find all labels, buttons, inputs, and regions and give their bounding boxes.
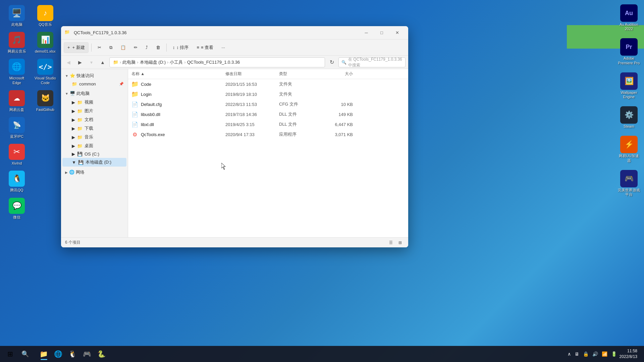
desktop-icon-weixin[interactable]: 💬 微信 [3,196,30,221]
desktop-icon-game-platform[interactable]: 🎮 完美世界游戏平台 [615,167,642,199]
file-date: 2020/9/4 17:33 [225,132,279,137]
desktop-icon-xlsx[interactable]: 📊 demo01.xlsx [32,30,59,55]
sidebar-item-videos[interactable]: ▶ 📁 视频 [62,98,126,107]
taskbar-time[interactable]: 11:58 2022/8/13 [620,348,637,360]
desktop-icon-edge[interactable]: 🌐 Microsoft Edge [3,57,30,86]
desktop-icon-bluetooth[interactable]: 📡 蓝牙IPC [3,115,30,140]
sidebar-item-documents[interactable]: ▶ 📁 文档 [62,115,126,124]
share-button[interactable]: ⤴ [142,42,151,53]
desktop-icon-vscode[interactable]: </> Visual Studio Code [32,57,59,86]
new-button[interactable]: + + 新建 [64,42,89,53]
folder-path-icon: 📁 [113,60,118,65]
paste-button[interactable]: 📋 [117,42,129,53]
table-row[interactable]: 📁 Login 2019/8/19 18:10 文件夹 [128,89,408,99]
address-path[interactable]: 📁 › 此电脑 › 本地磁盘 (D:) › 小工具 › QCTools_FC11… [109,57,325,67]
desktop-icon-wallpaper[interactable]: 🖼️ Wallpaper Engine [615,70,642,102]
column-header-size[interactable]: 大小 [319,71,353,77]
table-row[interactable]: ⚙ QcTools.exe 2020/9/4 17:33 应用程序 3,071 … [128,129,408,139]
tray-icon-1[interactable]: 🖥 [574,350,580,358]
view-button[interactable]: ≡ ≡ 查看 [193,42,217,53]
sidebar-network-header[interactable]: ▶ 🌐 网络 [62,168,126,177]
cut-button[interactable]: ✂ [94,42,105,53]
delete-button[interactable]: 🗑 [153,42,164,53]
sort-button[interactable]: ↕ ↕ 排序 [169,42,192,53]
taskbar: ⊞ 🔍 📁 🌐 🐧 🎮 🐍 ∧ 🖥 🔒 🔊 📶 🔋 11:58 2022/8/1… [0,346,644,362]
path-part-qctools[interactable]: QCTools_FC1179_1.0.3.36 [187,60,240,65]
paste-icon: 📋 [120,45,126,50]
tray-battery-icon[interactable]: 🔋 [610,350,618,358]
desktop-icon-qqmusic[interactable]: ♪ QQ音乐 [32,3,59,28]
search-button[interactable]: 🔍 [18,347,32,361]
sidebar-item-locald[interactable]: ▼ 💾 本地磁盘 (D:) [62,158,126,167]
search-box[interactable]: 🔍 在 QCTools_FC1179_1.0.3.36 中搜索 [338,57,406,67]
desktop-icon-steam[interactable]: ⚙️ Steam [618,104,640,131]
tray-network-icon[interactable]: 📶 [601,350,608,358]
taskbar-game[interactable]: 🎮 [80,347,94,361]
sidebar-item-locald-label: 本地磁盘 (D:) [86,159,111,165]
sidebar-item-osc[interactable]: ▶ 💾 OS (C:) [62,150,126,158]
path-part-d[interactable]: 本地磁盘 (D:) [140,59,166,65]
start-button[interactable]: ⊞ [3,347,17,361]
desktop-icon-uu[interactable]: ⚡ 网易UU加速器 [615,133,642,165]
file-date: 2019/8/19 18:10 [225,92,279,97]
more-button[interactable]: ··· [218,42,228,53]
cut-icon: ✂ [98,45,101,50]
desktop-icon-xivind[interactable]: ✂ XivInd [3,142,30,167]
sidebar-item-downloads[interactable]: ▶ 📁 下载 [62,124,126,133]
table-row[interactable]: 📁 Code 2020/1/15 16:53 文件夹 [128,79,408,89]
file-list-header[interactable]: 名称 ▲ 修改日期 类型 大小 [128,69,408,79]
desktop-icon-fastgithub[interactable]: 🐱 FastGithub [32,88,59,114]
expand-icon-documents: ▶ [72,117,75,122]
copy-button[interactable]: ⧉ [106,42,116,53]
file-list: 名称 ▲ 修改日期 类型 大小 📁 Code 2020/1/15 16:53 文… [128,69,408,237]
taskbar-edge[interactable]: 🌐 [51,347,65,361]
desktop-icon-qq[interactable]: 🐧 腾讯QQ [3,169,30,194]
path-part-tools[interactable]: 小工具 [170,59,183,65]
table-row[interactable]: 📄 libusb0.dll 2019/7/18 14:36 DLL 文件 149… [128,109,408,119]
taskbar-linux[interactable]: 🐧 [66,347,79,361]
taskbar-python[interactable]: 🐍 [95,347,108,361]
sidebar-item-common[interactable]: 📁 common 📌 [62,80,126,88]
refresh-button[interactable]: ↻ [327,58,336,67]
tray-chevron[interactable]: ∧ [567,350,572,358]
forward-button[interactable]: ▶ [75,58,85,67]
taskbar-file-explorer[interactable]: 📁 [37,347,51,361]
desktop-icon-thispc[interactable]: 🖥️ 此电脑 [3,3,30,28]
maximize-button[interactable]: □ [374,27,389,38]
tray-icon-3[interactable]: 🔊 [591,350,599,358]
toolbar: + + 新建 ✂ ⧉ 📋 ✏ ⤴ 🗑 ↕ [61,40,408,56]
toolbar-separator-1 [91,44,92,52]
pin-icon: 📌 [119,82,124,86]
column-header-type[interactable]: 类型 [279,71,319,77]
tray-icon-2[interactable]: 🔒 [582,350,590,358]
back-button[interactable]: ◀ [64,58,73,67]
list-view-button[interactable]: ☰ [387,239,395,247]
table-row[interactable]: 📄 Default.cfg 2022/8/13 11:53 CFG 文件 10 … [128,99,408,109]
sidebar-thispc-header[interactable]: ▼ 🖥️ 此电脑 [62,89,126,98]
minimize-button[interactable]: ─ [359,27,374,38]
desktop-icon-netease[interactable]: 🎵 网易云音乐 [3,30,30,55]
sidebar-quickaccess-label: ⭐ 快速访问 [70,73,94,79]
sidebar-item-music[interactable]: ▶ 📁 音乐 [62,133,126,141]
desktop-icon-audition[interactable]: Au Au Audition 2022 [615,2,642,34]
file-explorer-window: 📁 QCTools_FC1179_1.0.3.36 ─ □ ✕ + + 新建 ✂… [61,26,408,247]
sidebar-folder-icon-documents: 📁 [77,117,83,122]
recent-button[interactable]: ▾ [87,58,96,67]
path-part-thispc[interactable]: 此电脑 [122,59,136,65]
close-button[interactable]: ✕ [389,27,405,38]
view-icon: ≡ [197,45,199,50]
taskbar-apps: 📁 🌐 🐧 🎮 🐍 [34,347,561,361]
column-header-date[interactable]: 修改日期 [225,71,279,77]
rename-button[interactable]: ✏ [130,42,141,53]
sidebar-item-desktop[interactable]: ▶ 📁 桌面 [62,141,126,150]
sidebar-quickaccess-header[interactable]: ▼ ⭐ 快速访问 [62,71,126,80]
grid-view-button[interactable]: ⊞ [396,239,404,247]
column-header-name[interactable]: 名称 ▲ [131,71,225,77]
up-button[interactable]: ▲ [98,58,107,67]
file-date: 2019/7/18 14:36 [225,112,279,117]
desktop-icon-premiere[interactable]: Pr Adobe Premiere Pro [615,36,642,68]
sidebar-item-pictures[interactable]: ▶ 📁 图片 [62,107,126,115]
desktop-icon-netease-disk[interactable]: ☁ 网易云盘 [3,88,30,114]
file-type: DLL 文件 [279,121,319,127]
table-row[interactable]: 📄 libxl.dll 2019/4/25 3:15 DLL 文件 6,447 … [128,119,408,129]
